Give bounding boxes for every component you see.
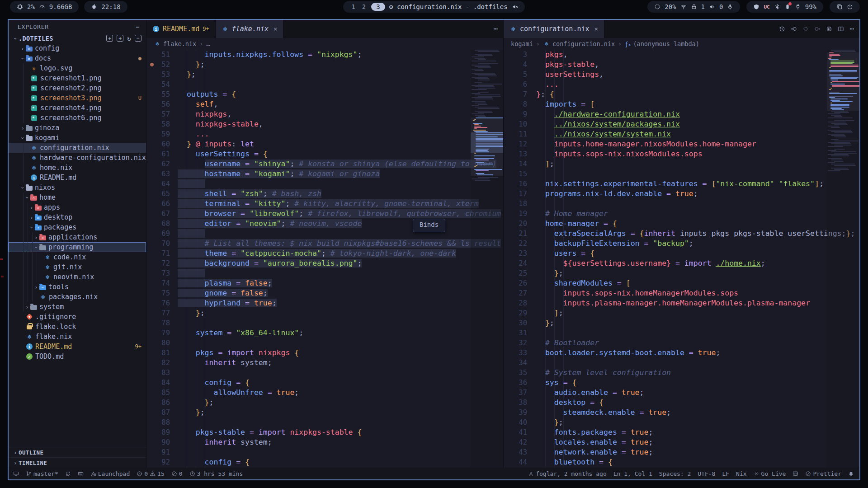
tree-item-flake-nix[interactable]: ❄flake.nix: [9, 332, 146, 342]
breakpoint-dot[interactable]: [150, 63, 154, 66]
status-git-blame[interactable]: foglar, 2 months ago: [528, 470, 607, 477]
status-browser-preview[interactable]: [793, 471, 798, 477]
status-remote-window[interactable]: [13, 471, 19, 477]
close-icon[interactable]: ×: [594, 25, 598, 33]
tree-item-todo-md[interactable]: ✓TODO.md: [9, 352, 146, 361]
tab-readme-md[interactable]: iREADME.md9+: [146, 20, 216, 38]
breadcrumb-item[interactable]: ❄flake.nix: [154, 40, 196, 47]
vpn-shield-icon[interactable]: [753, 4, 760, 10]
tree-item-ginoza[interactable]: ›ginoza: [9, 123, 146, 133]
tree-item-home[interactable]: ›⌂home: [9, 192, 146, 202]
clipboard-icon[interactable]: [836, 4, 843, 10]
tab-configuration-nix[interactable]: ❄configuration.nix×: [504, 20, 604, 38]
tree-item-gitignore[interactable]: .gitignore: [9, 312, 146, 322]
tree-item-kogami[interactable]: ›kogami: [9, 133, 146, 143]
minimap-left[interactable]: [471, 50, 503, 468]
tree-root-dotfiles[interactable]: › .DOTFILES + + ↻ −: [9, 33, 146, 43]
refresh-explorer-icon[interactable]: ↻: [127, 35, 131, 42]
microphone-icon[interactable]: [727, 4, 733, 10]
new-file-icon[interactable]: +: [106, 35, 113, 42]
tree-item-screenshot2-png[interactable]: screenshot2.png: [9, 83, 146, 93]
status-cursor-position[interactable]: Ln 1, Col 1: [613, 470, 652, 477]
tree-item-nixos[interactable]: ›nixos: [9, 183, 146, 192]
tree-item-config[interactable]: ›⚙config: [9, 43, 146, 53]
tree-item-home-nix[interactable]: ❄home.nix: [9, 163, 146, 173]
explorer-more-actions-icon[interactable]: ⋯: [136, 23, 140, 30]
breadcrumb-left[interactable]: ❄flake.nix›…: [146, 38, 503, 50]
input-method-icon[interactable]: UC: [764, 4, 769, 10]
tree-item-docs[interactable]: ›≡docs●: [9, 53, 146, 63]
lock-icon[interactable]: [691, 4, 697, 10]
tab-flake-nix[interactable]: ❄flake.nix×: [216, 20, 284, 38]
brightness-icon[interactable]: [654, 4, 660, 10]
tree-item-applications[interactable]: ›∷applications: [9, 232, 146, 242]
power-icon[interactable]: [847, 4, 853, 10]
next-change-icon[interactable]: [814, 26, 821, 32]
tree-item-configuration-nix[interactable]: ❄configuration.nix: [9, 143, 146, 153]
volume-muted-icon[interactable]: [512, 4, 518, 10]
close-icon[interactable]: ×: [274, 25, 277, 33]
status-indentation[interactable]: Spaces: 2: [659, 470, 691, 477]
tree-item-hardware-configuration-nix[interactable]: ❄hardware-configuration.nix: [9, 153, 146, 163]
breadcrumb-item[interactable]: ❄configuration.nix: [543, 40, 615, 47]
compare-changes-icon[interactable]: [826, 26, 832, 32]
bluetooth-icon[interactable]: [774, 4, 780, 10]
status-git-branch[interactable]: master*: [26, 470, 58, 477]
status-eslint-status[interactable]: 0: [171, 470, 183, 477]
breadcrumb-item[interactable]: ƒx(anonymous lambda): [625, 40, 699, 47]
tree-item-apps[interactable]: ›∷apps: [9, 202, 146, 212]
tree-item-logo-svg[interactable]: ✳logo.svg: [9, 63, 146, 73]
tree-item-screenshot6-png[interactable]: screenshot6.png: [9, 113, 146, 123]
tree-item-tools[interactable]: ›→tools: [9, 282, 146, 292]
status-launchpad[interactable]: Launchpad: [90, 470, 130, 477]
tree-item-git-nix[interactable]: ❄git.nix: [9, 262, 146, 272]
speaker-icon[interactable]: [709, 4, 715, 10]
workspace-1[interactable]: 1: [350, 3, 356, 10]
tree-item-neovim-nix[interactable]: ❄neovim.nix: [9, 272, 146, 282]
new-folder-icon[interactable]: +: [117, 35, 123, 42]
timeline-section[interactable]: › TIMELINE: [9, 457, 146, 468]
workspace-3-active[interactable]: 3: [371, 3, 385, 11]
minimap-viewport[interactable]: [471, 117, 503, 176]
status-prettier[interactable]: Prettier: [805, 470, 841, 477]
tree-item-screenshot1-png[interactable]: screenshot1.png: [9, 73, 146, 83]
tree-item-system[interactable]: ›system: [9, 302, 146, 312]
minimap-viewport[interactable]: [827, 52, 859, 111]
status-sync-changes[interactable]: [65, 471, 71, 477]
breadcrumb-right[interactable]: kogami›❄configuration.nix›ƒx(anonymous l…: [504, 38, 859, 50]
status-wakatime[interactable]: 3 hrs 53 mins: [189, 470, 243, 477]
status-go-live[interactable]: Go Live: [754, 470, 786, 477]
tree-item-code-nix[interactable]: ❄code.nix: [9, 252, 146, 262]
tree-item-packages[interactable]: ›↑packages: [9, 222, 146, 232]
code-area-configuration-nix[interactable]: 3 pkgs,4 pkgs-stable,5 userSettings,6 ..…: [504, 50, 859, 468]
code-area-flake-nix[interactable]: 51 inputs.nixpkgs.follows = "nixpkgs";52…: [146, 50, 503, 468]
back-reference-icon[interactable]: [791, 26, 797, 32]
editor-group-left: iREADME.md9+❄flake.nix×⋯ ❄flake.nix›… 51…: [146, 20, 504, 468]
outline-section[interactable]: › OUTLINE: [9, 447, 146, 457]
status-keyboard-session[interactable]: [78, 471, 84, 477]
tree-item-flake-lock[interactable]: flake.lock: [9, 322, 146, 332]
workspace-2[interactable]: 2: [361, 3, 367, 10]
mouse-icon[interactable]: [784, 4, 791, 10]
status-problems[interactable]: 015: [137, 470, 164, 477]
tree-item-screenshot4-png[interactable]: screenshot4.png: [9, 103, 146, 113]
breadcrumb-item[interactable]: kogami: [511, 40, 533, 47]
chevron-right-icon: ›: [12, 460, 19, 466]
minimap-right[interactable]: [827, 50, 859, 468]
tree-item-desktop[interactable]: ›▭desktop: [9, 212, 146, 222]
collapse-folders-icon[interactable]: −: [135, 35, 142, 42]
status-eol[interactable]: LF: [722, 470, 729, 477]
split-editor-icon[interactable]: [838, 26, 844, 32]
breadcrumb-item[interactable]: …: [206, 40, 210, 47]
status-language-mode[interactable]: Nix: [736, 470, 746, 477]
tree-item-packages-nix[interactable]: ❄packages.nix: [9, 292, 146, 302]
timeline-icon[interactable]: [779, 26, 785, 32]
status-encoding[interactable]: UTF-8: [698, 470, 715, 477]
tree-item-screenshot3-png[interactable]: screenshot3.pngU: [9, 93, 146, 103]
tree-item-readme-md[interactable]: iREADME.md9+: [9, 342, 146, 352]
tree-item-programming[interactable]: ›programming: [9, 242, 146, 252]
wifi-icon[interactable]: [680, 4, 687, 10]
status-notifications[interactable]: [848, 471, 854, 477]
tree-item-readme-md[interactable]: iREADME.md: [9, 173, 146, 183]
previous-change-icon[interactable]: [802, 26, 809, 32]
